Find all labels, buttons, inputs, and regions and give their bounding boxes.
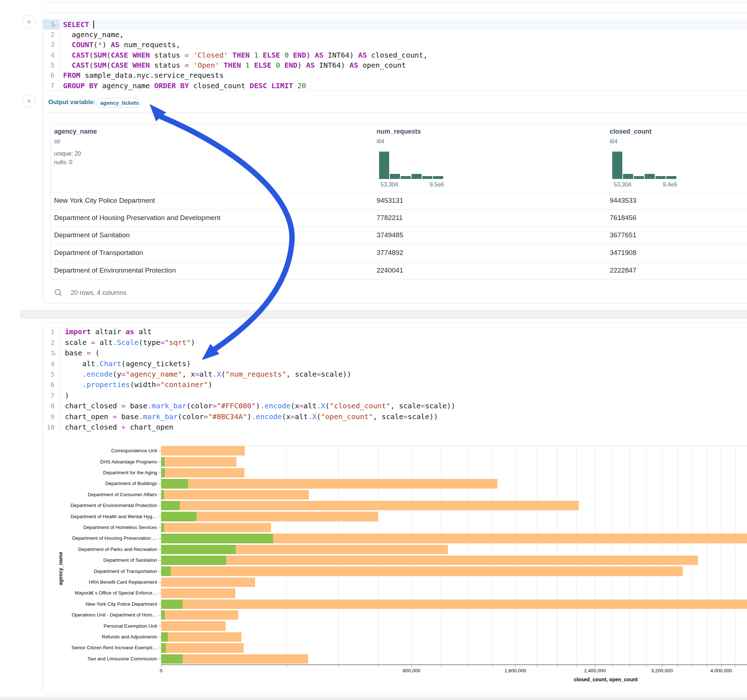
py-code-line[interactable]: base = ( bbox=[65, 348, 100, 358]
code-token: (type bbox=[139, 338, 160, 347]
py-code-line[interactable]: chart_closed = base.mark_bar(color="#FFC… bbox=[65, 401, 455, 411]
code-token: (width bbox=[130, 380, 156, 389]
code-token bbox=[128, 51, 133, 59]
code-token: agency_name, bbox=[63, 30, 124, 39]
histogram-min-label: 53,304 bbox=[381, 181, 398, 188]
code-token: AS bbox=[306, 61, 315, 69]
y-axis-label: New York City Police Department bbox=[42, 601, 157, 607]
y-axis-tick bbox=[159, 637, 161, 637]
code-token: AS bbox=[111, 40, 119, 49]
sql-collapse-chevron-icon[interactable]: ⌄ bbox=[53, 20, 57, 30]
py-code-line[interactable]: scale = alt.Scale(type="sqrt") bbox=[65, 337, 195, 348]
code-token: (color bbox=[178, 412, 204, 421]
column-header[interactable]: closed_count bbox=[610, 128, 652, 136]
code-token: status bbox=[150, 61, 184, 69]
py-code-line[interactable]: import altair as alt bbox=[65, 327, 152, 337]
code-token bbox=[63, 61, 72, 69]
histogram-bar bbox=[379, 152, 389, 179]
code-token: scale)) bbox=[408, 412, 438, 421]
x-axis-tick bbox=[468, 665, 468, 667]
column-header[interactable]: agency_name bbox=[54, 128, 97, 136]
code-token: 'Open' bbox=[193, 61, 219, 69]
x-axis-tick bbox=[515, 665, 516, 667]
table-cell: 3677651 bbox=[610, 231, 637, 239]
code-token: ( bbox=[221, 370, 225, 379]
column-header[interactable]: num_requests bbox=[377, 128, 421, 136]
gridline bbox=[662, 446, 662, 664]
code-token: (x bbox=[290, 401, 299, 410]
x-axis-line bbox=[161, 664, 747, 665]
code-token: ) bbox=[256, 401, 260, 410]
bar-open bbox=[161, 654, 183, 664]
code-token: = bbox=[403, 412, 408, 421]
x-axis-label: 1,600,000 bbox=[494, 668, 537, 673]
x-axis-tick bbox=[692, 665, 693, 667]
sql-line-number: 4 bbox=[42, 50, 54, 60]
py-code-line[interactable]: .properties(width="container") bbox=[65, 380, 212, 390]
bar-open bbox=[161, 610, 165, 620]
y-axis-tick bbox=[159, 659, 161, 659]
code-token: ( bbox=[325, 401, 330, 410]
sql-code-line[interactable]: COUNT(*) AS num_requests, bbox=[63, 39, 180, 50]
code-token: AS bbox=[358, 51, 367, 59]
x-axis-tick bbox=[378, 665, 378, 667]
notebook-page: { "annotations": { "arrow_color": "#2857… bbox=[0, 0, 747, 700]
code-token: ) bbox=[247, 412, 251, 421]
code-token: SUM bbox=[93, 61, 106, 69]
py-collapse-chevron-icon[interactable]: ⌄ bbox=[53, 348, 57, 358]
py-code-line[interactable]: ) bbox=[65, 390, 69, 401]
py-code-line[interactable]: alt.Chart(agency_tickets) bbox=[65, 359, 191, 369]
code-token: import bbox=[65, 327, 91, 336]
code-token: base bbox=[126, 401, 147, 410]
search-icon[interactable] bbox=[54, 288, 63, 297]
y-axis-title: agency_name bbox=[57, 552, 64, 585]
output-variable-pill[interactable]: agency_tickets bbox=[96, 98, 141, 108]
y-axis-tick bbox=[159, 560, 161, 561]
code-token: = bbox=[121, 401, 126, 410]
py-line-number: 10 bbox=[42, 422, 54, 433]
bar-open bbox=[161, 545, 236, 554]
x-axis-tick bbox=[595, 665, 595, 667]
code-token: END bbox=[284, 61, 297, 69]
code-token bbox=[280, 61, 284, 69]
code-token: COUNT bbox=[72, 40, 93, 49]
py-code-line[interactable]: chart_closed + chart_open bbox=[65, 422, 173, 433]
y-axis-label: Taxi and Limousine Commission bbox=[42, 656, 157, 661]
code-token: SUM bbox=[93, 51, 106, 59]
histogram-min-label: 53,304 bbox=[614, 181, 631, 188]
gridline bbox=[735, 446, 735, 664]
y-axis-tick bbox=[159, 615, 161, 616]
x-axis-tick bbox=[707, 665, 708, 667]
gridline bbox=[286, 446, 287, 664]
sql-code-line[interactable]: CAST(SUM(CASE WHEN status = 'Open' THEN … bbox=[63, 60, 406, 70]
code-token: "container" bbox=[160, 380, 208, 389]
sql-code-line[interactable]: GROUP BY agency_name ORDER BY closed_cou… bbox=[63, 81, 306, 91]
bar-closed bbox=[161, 643, 243, 652]
code-token: ) bbox=[306, 51, 315, 59]
code-token: 'Closed' bbox=[193, 51, 228, 59]
code-token bbox=[219, 61, 224, 69]
py-code-line[interactable]: .encode(y="agency_name", x=alt.X("num_re… bbox=[65, 369, 351, 380]
x-axis-tick bbox=[493, 665, 493, 667]
code-token bbox=[241, 61, 245, 69]
code-token: , scale bbox=[373, 412, 403, 421]
code-token: LIMIT bbox=[271, 81, 293, 90]
x-axis-tick bbox=[677, 665, 678, 667]
table-cell: Department of Housing Preservation and D… bbox=[54, 214, 221, 222]
sql-code-line[interactable]: CAST(SUM(CASE WHEN status = 'Closed' THE… bbox=[63, 50, 428, 60]
py-code-line[interactable]: chart_open = base.mark_bar(color="#8BC34… bbox=[65, 412, 438, 422]
bar-open bbox=[161, 534, 273, 543]
sql-code-line[interactable]: FROM sample_data.nyc.service_requests bbox=[63, 70, 224, 80]
gridline bbox=[646, 446, 646, 664]
x-axis-tick bbox=[286, 665, 287, 667]
code-token: CAST bbox=[72, 51, 89, 59]
sql-code-line[interactable]: agency_name, bbox=[63, 30, 124, 39]
bar-closed bbox=[161, 610, 238, 620]
code-token: = bbox=[299, 401, 303, 410]
gridline bbox=[411, 446, 412, 664]
x-axis-tick bbox=[338, 665, 339, 667]
gridline bbox=[537, 446, 537, 664]
code-token: INT64) bbox=[315, 61, 349, 69]
sql-code-line[interactable]: SELECT bbox=[63, 20, 94, 30]
code-token: ( bbox=[106, 51, 110, 59]
